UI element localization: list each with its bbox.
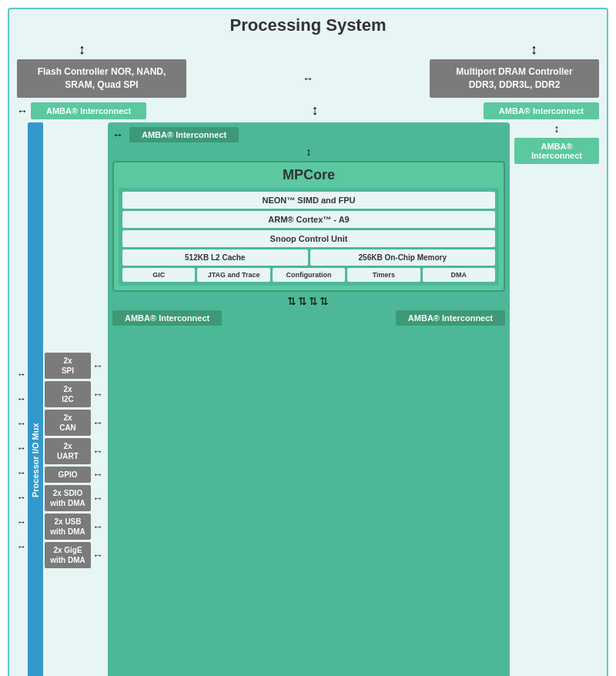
dram-controller-box: Multiport DRAM ControllerDDR3, DDR3L, DD… [430,59,599,98]
processing-system-box: Processing System ↕ ↕ Flash Controller N… [8,8,608,676]
right-amba-area: ↕ AMBA® Interconnect ⇅⇅⇅⇅ [514,122,599,676]
io-item-spi: 2xSPI ↔ [45,353,103,379]
mpcore-inner: NEON™ SIMD and FPU ARM® Cortex™ - A9 Sno… [119,188,499,286]
inner-amba-down-arrow: ↕ [112,146,505,158]
i2c-arrow: ↔ [92,388,103,400]
gpio-arrow: ↔ [92,468,103,480]
inner-amba-bottom-right: AMBA® Interconnect [396,310,505,326]
main-diagram: Processing System ↕ ↕ Flash Controller N… [8,8,608,676]
gige-arrow: ↔ [92,549,103,561]
snoop-row: Snoop Control Unit [122,230,495,247]
amba-top-right: AMBA® Interconnect [484,102,599,119]
gpio-box: GPIO [45,467,91,483]
i2c-box: 2xI2C [45,381,91,407]
io-item-gige: 2x GigEwith DMA ↔ [45,542,103,568]
flash-arrow: ↔ [303,72,313,85]
flash-controller-box: Flash Controller NOR, NAND,SRAM, Quad SP… [17,59,186,98]
gige-box: 2x GigEwith DMA [45,542,91,568]
processing-system-title: Processing System [17,15,599,35]
mpcore-title: MPCore [119,167,499,183]
middle-section: ↔ ↔ ↔ ↔ ↔ ↔ ↔ ↔ Processor I/O Mux 2xSPI … [17,122,599,676]
io-item-sdio: 2x SDIOwith DMA ↔ [45,485,103,511]
right-amba-top-arrow: ↕ [554,122,560,135]
can-arrow: ↔ [92,417,103,429]
sdio-arrow: ↔ [92,492,103,504]
mpcore-box: MPCore NEON™ SIMD and FPU ARM® Cortex™ -… [112,161,505,292]
uart-box: 2xUART [45,438,91,464]
top-left-arrow: ↕ [79,42,85,58]
dma-cell: DMA [423,268,495,282]
dram-top-arrow: ↕ [312,102,319,119]
timers-cell: Timers [347,268,420,282]
gic-cell: GIC [122,268,195,282]
inner-amba-area: ↔ AMBA® Interconnect ↕ MPCore NEON™ SIMD… [108,122,510,676]
usb-box: 2x USBwith DMA [45,514,91,540]
io-mux-label: Processor I/O Mux [28,122,43,676]
jtag-cell: JTAG and Trace [197,268,270,282]
arm-row: ARM® Cortex™ - A9 [122,211,495,228]
memory-cell: 256KB On-Chip Memory [310,249,496,266]
inner-amba-bottom-left: AMBA® Interconnect [112,310,222,326]
spi-arrow: ↔ [92,360,103,372]
config-cell: Configuration [273,268,345,282]
usb-arrow: ↔ [92,520,103,533]
neon-row: NEON™ SIMD and FPU [122,192,495,209]
left-outer-arrows: ↔ ↔ ↔ ↔ ↔ ↔ ↔ ↔ [17,369,26,552]
amba-top-left: AMBA® Interconnect [31,102,146,119]
spi-box: 2xSPI [45,353,91,379]
io-item-uart: 2xUART ↔ [45,438,103,464]
top-controllers-row: Flash Controller NOR, NAND,SRAM, Quad SP… [17,59,599,98]
top-right-arrow: ↕ [531,42,537,58]
cache-memory-row: 512KB L2 Cache 256KB On-Chip Memory [122,249,495,266]
inner-amba-top-label: AMBA® Interconnect [129,127,239,142]
io-item-usb: 2x USBwith DMA ↔ [45,514,103,540]
flash-left-arrow: ↔ [17,105,28,117]
can-box: 2xCAN [45,410,91,436]
inner-amba-bottom-row: AMBA® Interconnect AMBA® Interconnect [112,310,505,326]
inner-bottom-arrows: ⇅⇅⇅⇅ [112,295,505,307]
bottom-components-row: GIC JTAG and Trace Configuration Timers … [122,268,495,282]
uart-arrow: ↔ [92,445,103,457]
io-item-i2c: 2xI2C ↔ [45,381,103,407]
inner-amba-top-arrow: ↔ [112,129,123,141]
io-item-can: 2xCAN ↔ [45,410,103,436]
io-items-list: 2xSPI ↔ 2xI2C ↔ 2xCAN ↔ 2xUART ↔ [45,353,103,568]
sdio-box: 2x SDIOwith DMA [45,485,91,511]
right-amba-box: AMBA® Interconnect [514,138,599,164]
cache-cell: 512KB L2 Cache [122,249,308,266]
io-item-gpio: GPIO ↔ [45,467,103,483]
